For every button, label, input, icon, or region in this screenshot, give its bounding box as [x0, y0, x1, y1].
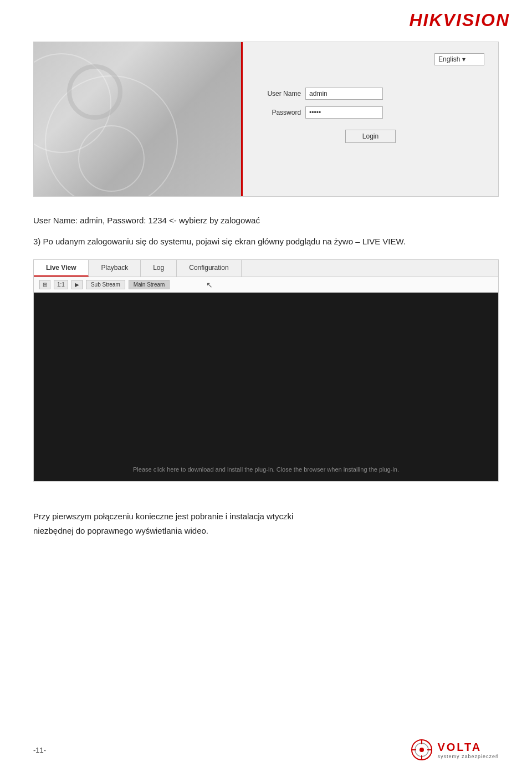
- sub-stream-button[interactable]: Sub Stream: [86, 280, 125, 289]
- tab-configuration[interactable]: Configuration: [177, 260, 241, 277]
- cursor-indicator: ↖: [206, 280, 213, 289]
- lang-selector-row: English ▾: [257, 53, 484, 65]
- volta-brand-name: VOLTA: [437, 741, 482, 754]
- page-header: HIKVISION: [0, 0, 532, 36]
- language-selector[interactable]: English ▾: [434, 53, 484, 65]
- volta-logo-text: VOLTA systemy zabezpieczeń: [437, 741, 499, 759]
- dropdown-chevron-icon: ▾: [462, 55, 466, 63]
- login-button[interactable]: Login: [345, 130, 396, 143]
- hikvision-logo: HIKVISION: [409, 10, 510, 30]
- liveview-intro-text: 3) Po udanym zalogowaniu się do systemu,…: [33, 234, 499, 249]
- login-right-panel: English ▾ User Name Password Login: [243, 42, 498, 196]
- grid-view-button[interactable]: ⊞: [39, 280, 50, 289]
- volta-logo-icon: [411, 739, 433, 761]
- tab-log[interactable]: Log: [141, 260, 177, 277]
- credentials-text: User Name: admin, Password: 1234 <- wybi…: [33, 213, 499, 228]
- decor-gear: [67, 64, 122, 120]
- password-input[interactable]: [305, 106, 383, 119]
- plugin-message[interactable]: Please click here to download and instal…: [133, 466, 399, 473]
- play-button[interactable]: ▶: [71, 280, 83, 289]
- tab-playback[interactable]: Playback: [89, 260, 141, 277]
- main-stream-button[interactable]: Main Stream: [129, 280, 170, 289]
- plugin-info-line2: niezbędnej do poprawnego wyświetlania wi…: [33, 524, 499, 538]
- plugin-info-line1: Przy pierwszym połączeniu konieczne jest…: [33, 509, 499, 524]
- login-button-row: Login: [257, 130, 484, 143]
- username-input[interactable]: [305, 88, 383, 100]
- body-text-section-1: User Name: admin, Password: 1234 <- wybi…: [0, 213, 532, 228]
- username-label: User Name: [257, 90, 301, 98]
- password-label: Password: [257, 109, 301, 116]
- page-footer: -11- VOLTA systemy zabezpieczeń: [0, 739, 532, 761]
- login-form: User Name Password Login: [257, 88, 484, 143]
- bottom-text-section: Przy pierwszym połączeniu konieczne jest…: [0, 498, 532, 560]
- video-area: Please click here to download and instal…: [34, 293, 498, 481]
- login-left-panel: [34, 42, 243, 196]
- volta-logo: VOLTA systemy zabezpieczeń: [411, 739, 499, 761]
- decor-circle-3: [78, 125, 145, 192]
- liveview-tab-bar: Live View Playback Log Configuration: [34, 260, 498, 277]
- language-value: English: [438, 55, 460, 63]
- fit-view-button[interactable]: 1:1: [54, 280, 68, 289]
- volta-subtitle: systemy zabezpieczeń: [437, 754, 499, 759]
- username-row: User Name: [257, 88, 484, 100]
- svg-point-2: [420, 748, 424, 752]
- password-row: Password: [257, 106, 484, 119]
- body-text-section-2: 3) Po udanym zalogowaniu się do systemu,…: [0, 234, 532, 249]
- logo-text: HIKVISION: [409, 10, 510, 30]
- liveview-toolbar: ⊞ 1:1 ▶ Sub Stream Main Stream ↖: [34, 277, 498, 293]
- tab-live-view[interactable]: Live View: [34, 260, 89, 277]
- page-number: -11-: [33, 746, 46, 754]
- login-screenshot: English ▾ User Name Password Login: [33, 42, 499, 197]
- liveview-screenshot: Live View Playback Log Configuration ⊞ 1…: [33, 259, 499, 482]
